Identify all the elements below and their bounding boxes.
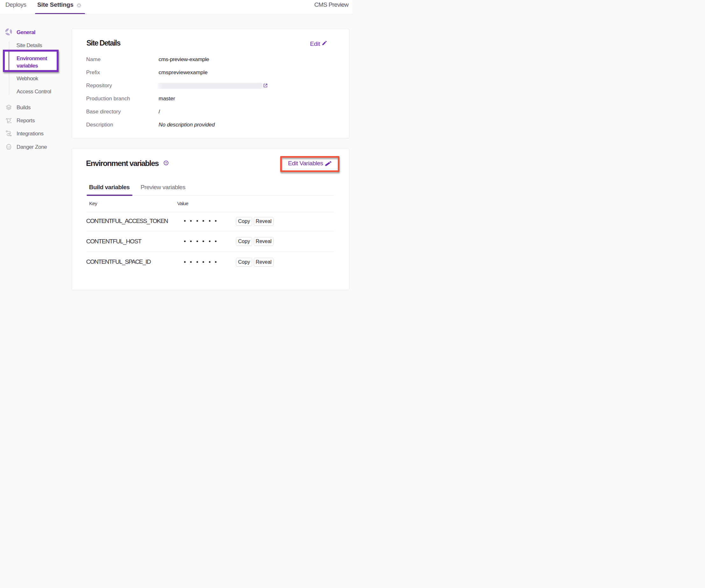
svg-text:?: ? xyxy=(165,162,167,165)
